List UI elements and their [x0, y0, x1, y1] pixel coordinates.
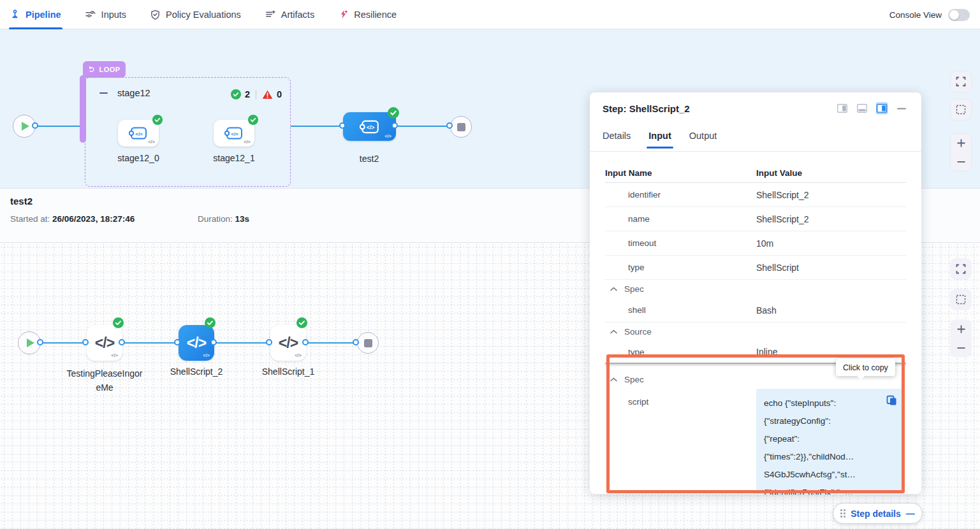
- success-badge-icon: [248, 115, 258, 125]
- input-name: shell: [605, 305, 756, 315]
- input-table: Input Name Input Value identifier ShellS…: [605, 164, 906, 495]
- divider: [590, 151, 921, 152]
- connection-point: [174, 339, 180, 345]
- success-badge-icon: [152, 115, 163, 125]
- section-title: Spec: [624, 375, 644, 384]
- shield-check-icon: [150, 10, 160, 20]
- duration-value: 13s: [235, 214, 250, 224]
- step-details-button[interactable]: Step details —: [833, 503, 923, 524]
- drag-handle-icon[interactable]: [840, 509, 845, 518]
- input-value: Inline: [756, 347, 777, 357]
- tab-output[interactable]: Output: [689, 131, 717, 149]
- code-sub-icon: </>: [203, 352, 210, 358]
- nav-tab-label: Policy Evaluations: [166, 10, 241, 20]
- edge: [40, 342, 88, 344]
- fullscreen-button[interactable]: [951, 259, 971, 279]
- column-header-input-name: Input Name: [605, 168, 756, 178]
- zoom-out-button[interactable]: [951, 154, 971, 170]
- dock-bottom-icon[interactable]: [856, 103, 868, 114]
- play-icon: [22, 122, 29, 131]
- shell-script-icon: </>: [187, 335, 206, 352]
- run-duration: Duration: 13s: [198, 214, 249, 224]
- zoom-controls: [951, 320, 971, 357]
- svg-text:</>: </>: [135, 131, 143, 137]
- marquee-select-button[interactable]: [951, 289, 971, 310]
- marquee-select-button[interactable]: [951, 99, 971, 120]
- node-label: ShellScript_1: [250, 366, 326, 377]
- chevron-up-icon: [610, 330, 617, 334]
- tab-input[interactable]: Input: [648, 131, 671, 149]
- section-source[interactable]: Source: [605, 322, 906, 341]
- zoom-in-button[interactable]: [951, 321, 971, 338]
- nav-tab-policy-evaluations[interactable]: Policy Evaluations: [150, 0, 241, 29]
- fullscreen-icon: [956, 76, 966, 87]
- step-group-icon: </>: [360, 119, 380, 134]
- node-label: stage12_0: [100, 153, 177, 163]
- step-group-icon: </>: [224, 126, 244, 140]
- script-line: {"identifierPostFix":"_…: [764, 484, 896, 495]
- code-sub-icon: </>: [111, 352, 118, 358]
- connection-point: [119, 339, 125, 345]
- dock-right-blue-icon[interactable]: [876, 103, 888, 114]
- fullscreen-button[interactable]: [951, 71, 971, 92]
- nav-tab-artifacts[interactable]: Artifacts: [265, 0, 314, 29]
- collapse-dash[interactable]: —: [906, 509, 915, 519]
- loop-icon: [88, 66, 96, 73]
- collapse-stage-icon[interactable]: [99, 92, 108, 94]
- stage-name: stage12: [117, 88, 150, 98]
- failure-count-icon: [262, 90, 273, 99]
- zoom-controls: [951, 134, 971, 171]
- stop-icon: [457, 123, 465, 131]
- pipeline-execution-screen: Pipeline Inputs Policy Evaluations Artif…: [0, 0, 980, 529]
- chevron-up-icon: [610, 287, 617, 291]
- success-count: 2: [245, 89, 250, 99]
- loop-badge[interactable]: LOOP: [83, 61, 126, 78]
- nav-tab-resilience[interactable]: Resilience: [339, 0, 397, 29]
- zoom-in-button[interactable]: [951, 135, 971, 152]
- execution-end-node: [357, 332, 379, 354]
- copy-button[interactable]: [886, 395, 897, 412]
- minimize-panel-icon[interactable]: [896, 103, 907, 114]
- script-line: S4GbJ5cwhAcfsg","st…: [764, 466, 896, 484]
- copy-icon: [886, 395, 897, 406]
- input-value: Bash: [756, 305, 777, 315]
- tooltip-text: Click to copy: [843, 363, 888, 372]
- console-view-control: Console View: [889, 0, 970, 29]
- code-sub-icon: </>: [295, 352, 302, 358]
- code-sub-icon: </>: [148, 139, 155, 145]
- nav-tab-inputs[interactable]: Inputs: [85, 0, 127, 29]
- connection-point: [339, 122, 346, 129]
- tab-details[interactable]: Details: [603, 131, 631, 149]
- dock-right-gray-icon[interactable]: [837, 103, 848, 114]
- table-row: identifier ShellScript_2: [605, 183, 906, 207]
- table-row: shell Bash: [605, 298, 906, 322]
- step-node-shellscript-2[interactable]: </> </>: [179, 325, 214, 361]
- section-spec[interactable]: Spec: [605, 280, 906, 298]
- step-node-testingpleaseingoreme[interactable]: </> </>: [87, 325, 122, 361]
- console-view-toggle[interactable]: [948, 9, 970, 21]
- edge: [306, 342, 357, 344]
- zoom-out-button[interactable]: [951, 340, 971, 356]
- toggle-knob: [949, 10, 959, 20]
- nav-tab-pipeline[interactable]: Pipeline: [10, 0, 61, 29]
- node-label: TestingPleaseIngoreMe: [66, 366, 143, 395]
- node-label: test2: [331, 154, 407, 164]
- step-node-shellscript-1[interactable]: </> </>: [270, 325, 306, 361]
- panel-tabs: Details Input Output: [603, 131, 717, 149]
- connection-point: [32, 122, 38, 129]
- script-value-box[interactable]: echo {"stepInputs": {"strategyConfig": {…: [756, 389, 903, 495]
- connection-point: [210, 339, 217, 345]
- connection-point: [302, 339, 309, 345]
- script-line: {"strategyConfig":: [764, 412, 896, 430]
- console-view-label: Console View: [889, 10, 942, 20]
- stage-status: 2 0: [231, 89, 282, 99]
- code-sub-icon: </>: [244, 139, 251, 145]
- inputs-icon: [85, 10, 96, 19]
- connection-point: [446, 122, 453, 129]
- table-header-row: Input Name Input Value: [605, 164, 906, 183]
- loop-accent-bar: [80, 75, 86, 143]
- success-badge-icon: [296, 317, 307, 328]
- step-details-panel: Step: ShellScript_2 Details Input Output…: [590, 92, 921, 494]
- resilience-icon: [339, 10, 348, 19]
- chevron-up-icon: [610, 377, 617, 382]
